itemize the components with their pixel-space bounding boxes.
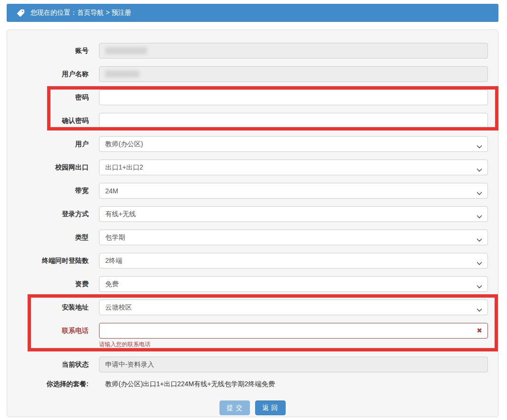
current-status-field: 申请中-资料录入 — [99, 357, 488, 372]
user-type-value: 教师(办公区) — [105, 140, 143, 149]
type-select[interactable]: 包学期 — [99, 230, 488, 245]
row-fee: 资费 免费 — [7, 276, 498, 292]
field-label-package: 你选择的套餐: — [7, 380, 89, 389]
row-password: 密码 — [7, 90, 498, 105]
breadcrumb-banner: 您现在的位置：首页导航 > 预注册 — [7, 4, 498, 22]
network-exit-select[interactable]: 出口1+出口2 — [99, 160, 488, 175]
terminal-count-select[interactable]: 2终端 — [99, 253, 488, 269]
row-current-status: 当前状态 申请中-资料录入 — [7, 357, 498, 372]
field-label-confirm-password: 确认密码 — [7, 117, 89, 125]
contact-phone-hint: 请输入您的联系电话 — [99, 340, 498, 349]
breadcrumb: 您现在的位置：首页导航 > 预注册 — [30, 9, 131, 17]
row-package-summary: 你选择的套餐: 教师(办公区)出口1+出口224M有线+无线包学期2终端免费 — [7, 380, 498, 389]
username-field — [99, 66, 488, 82]
login-method-value: 有线+无线 — [105, 210, 136, 219]
field-label-type: 类型 — [7, 233, 89, 242]
field-label-account: 账号 — [7, 47, 89, 55]
package-summary: 教师(办公区)出口1+出口224M有线+无线包学期2终端免费 — [99, 380, 275, 389]
row-bandwidth: 带宽 24M — [7, 183, 498, 199]
fee-select[interactable]: 免费 — [99, 276, 488, 292]
row-username: 用户名称 — [7, 66, 498, 82]
field-label-network-exit: 校园网出口 — [7, 163, 89, 172]
field-label-current-status: 当前状态 — [7, 360, 89, 369]
row-contact-phone: 联系电话 ✖ 请输入您的联系电话 — [7, 323, 498, 349]
error-icon: ✖ — [477, 327, 482, 335]
field-label-fee: 资费 — [7, 280, 89, 289]
field-label-password: 密码 — [7, 93, 89, 102]
field-label-user-type: 用户 — [7, 140, 89, 149]
row-login-method: 登录方式 有线+无线 — [7, 206, 498, 222]
bandwidth-select[interactable]: 24M — [99, 183, 488, 199]
password-input[interactable] — [99, 90, 488, 105]
field-label-username: 用户名称 — [7, 70, 89, 79]
field-label-bandwidth: 带宽 — [7, 187, 89, 195]
field-label-install-address: 安装地址 — [7, 303, 89, 312]
field-label-login-method: 登录方式 — [7, 210, 89, 219]
row-confirm-password: 确认密码 — [7, 113, 498, 129]
login-method-select[interactable]: 有线+无线 — [99, 206, 488, 222]
row-terminal-count: 终端同时登陆数 2终端 — [7, 253, 498, 269]
row-account: 账号 — [7, 43, 498, 59]
contact-phone-input[interactable] — [99, 323, 488, 339]
form-panel: 账号 用户名称 密码 确认密码 — [7, 30, 498, 417]
button-row: 提交 返回 — [7, 400, 498, 415]
redacted-value — [105, 70, 139, 78]
row-install-address: 安装地址 云塘校区 — [7, 300, 498, 315]
field-label-terminal-count: 终端同时登陆数 — [7, 257, 89, 265]
current-status-value: 申请中-资料录入 — [105, 360, 154, 369]
type-value: 包学期 — [105, 233, 125, 242]
row-user-type: 用户 教师(办公区) — [7, 136, 498, 152]
submit-button[interactable]: 提交 — [219, 400, 250, 415]
network-exit-value: 出口1+出口2 — [105, 163, 143, 172]
confirm-password-input[interactable] — [99, 113, 488, 129]
bandwidth-value: 24M — [105, 187, 118, 195]
user-type-select[interactable]: 教师(办公区) — [99, 136, 488, 152]
field-label-contact-phone: 联系电话 — [7, 327, 89, 335]
row-network-exit: 校园网出口 出口1+出口2 — [7, 160, 498, 175]
install-address-select[interactable]: 云塘校区 — [99, 300, 488, 315]
terminal-count-value: 2终端 — [105, 257, 122, 265]
tag-icon — [17, 9, 25, 17]
redacted-value — [105, 47, 147, 54]
install-address-value: 云塘校区 — [105, 303, 132, 312]
account-field — [99, 43, 488, 59]
back-button[interactable]: 返回 — [255, 400, 286, 415]
fee-value: 免费 — [105, 280, 119, 289]
row-type: 类型 包学期 — [7, 230, 498, 245]
